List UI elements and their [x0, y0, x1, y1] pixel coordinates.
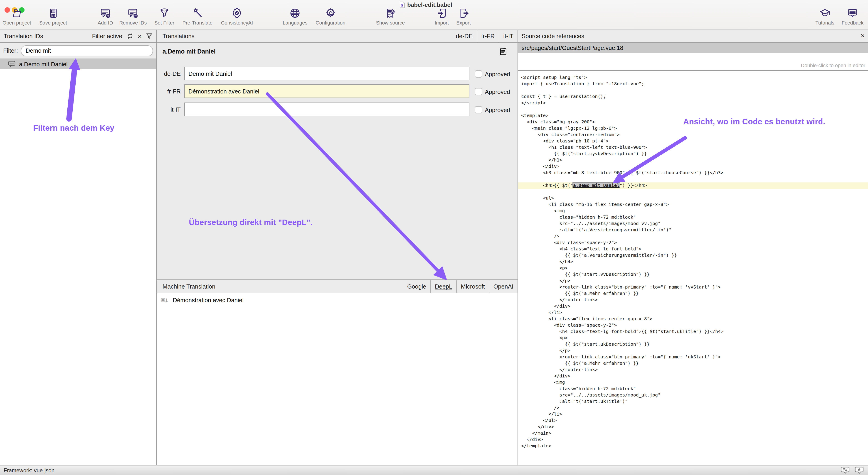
import-button[interactable]: Import [435, 7, 449, 25]
code-line: <h1 class="text-left text-blue-900"> [518, 144, 868, 150]
code-line [518, 189, 868, 195]
brain-check-icon [231, 7, 243, 19]
show-source-button[interactable]: Show source [376, 7, 405, 25]
approved-checkbox-it[interactable] [475, 106, 482, 113]
source-file-reference[interactable]: src/pages/start/GuestStartPage.vue:18 [518, 43, 868, 53]
status-bar: Framework: vue-json [0, 465, 868, 475]
translations-panel: a.Demo mit Daniel de-DE Approved fr-FR A… [157, 43, 518, 465]
code-line: <router-link class="btn-primary" :to="{ … [518, 354, 868, 360]
languages-button[interactable]: Languages [283, 7, 308, 25]
code-line: </div> [518, 303, 868, 309]
graduation-cap-icon [819, 7, 831, 19]
comment-plus-icon [99, 7, 111, 19]
close-panel-icon[interactable]: × [861, 32, 865, 39]
toolbar-label: Set Filter [154, 20, 174, 25]
add-id-button[interactable]: Add ID [98, 7, 113, 25]
code-line: import { useTranslation } from "i18next-… [518, 81, 868, 87]
translation-ids-panel: Filter: a.Demo mit Daniel [0, 43, 157, 465]
code-line [518, 176, 868, 182]
code-view[interactable]: <script setup lang="ts">import { useTran… [518, 71, 868, 465]
language-tabs: de-DE fr-FR it-IT [452, 29, 518, 42]
code-line: <div class="space-y-2"> [518, 322, 868, 329]
export-button[interactable]: Export [456, 7, 471, 25]
refresh-icon[interactable] [127, 32, 133, 39]
tab-fr-FR[interactable]: fr-FR [477, 29, 499, 42]
approved-label-it: Approved [485, 106, 510, 113]
toolbar-label: Export [456, 20, 471, 25]
code-line: class="hidden h-72 md:block" [518, 386, 868, 392]
filter-funnel-icon[interactable] [146, 32, 153, 39]
code-line: src="../../assets/images/mood_vv.jpg" [518, 220, 868, 227]
chat-wave-icon[interactable] [841, 466, 850, 474]
code-line: <p> [518, 265, 868, 271]
translation-id-item[interactable]: a.Demo mit Daniel [0, 59, 156, 69]
comment-bubble-icon [8, 61, 16, 67]
code-line: <h4 class="text-lg font-bold">{{ $t("sta… [518, 329, 868, 335]
translation-id-label: a.Demo mit Daniel [19, 61, 68, 67]
tutorials-button[interactable]: Tutorials [815, 7, 834, 25]
code-line: </h4> [518, 259, 868, 265]
clear-filter-icon[interactable]: × [137, 32, 142, 39]
code-line: :alt="t('a.Versicherungsvermittler/-in')… [518, 227, 868, 233]
approved-checkbox-fr[interactable] [475, 88, 482, 95]
code-line: <ul> [518, 195, 868, 201]
approved-label-fr: Approved [485, 88, 510, 95]
pre-translate-button[interactable]: Pre-Translate [183, 7, 213, 25]
annotation-source-text: Ansicht, wo im Code es benutzt wird. [683, 117, 825, 127]
toolbar-label: Add ID [98, 20, 113, 25]
chat-star-icon[interactable] [855, 466, 864, 474]
set-filter-button[interactable]: Set Filter [154, 7, 174, 25]
feedback-button[interactable]: Feedback [842, 7, 864, 25]
gear-icon [324, 7, 336, 19]
code-line: <p> [518, 335, 868, 341]
toolbar-label: ConsistencyAI [221, 20, 253, 25]
translation-input-it[interactable] [184, 103, 469, 116]
entry-id-title: a.Demo mit Daniel [162, 48, 216, 55]
notepad-icon[interactable] [500, 47, 507, 55]
framework-status: Framework: vue-json [4, 467, 55, 473]
code-line: <h4>{{ $t("a.Demo mit Daniel") }}</h4> [518, 182, 868, 189]
annotation-filter-text: Filtern nach dem Key [33, 124, 115, 133]
toolbar-label: Feedback [842, 20, 864, 25]
mt-shortcut: ⌘1 [161, 298, 168, 303]
source-file-list: Double-click to open in editor [518, 53, 868, 71]
code-line: {{ $t("a.Mehr erfahren") }} [518, 291, 868, 297]
comment-minus-icon [127, 7, 139, 19]
translation-input-fr[interactable] [184, 84, 469, 98]
configuration-button[interactable]: Configuration [316, 7, 345, 25]
toolbar-label: Save project [39, 20, 67, 25]
tab-google[interactable]: Google [403, 280, 430, 293]
code-line: {{ $t("a.Mehr erfahren") }} [518, 360, 868, 367]
tab-it-IT[interactable]: it-IT [499, 29, 518, 42]
tab-deepl[interactable]: DeepL [430, 280, 457, 293]
mt-suggestion-row[interactable]: ⌘1 Démonstration avec Daniel [157, 293, 518, 304]
remove-ids-button[interactable]: Remove IDs [119, 7, 147, 25]
toolbar-label: Open project [2, 20, 31, 25]
code-line: </ul> [518, 417, 868, 424]
mt-suggestion-text: Démonstration avec Daniel [173, 297, 244, 304]
code-line: :alt="t('start.ukTitle')" [518, 398, 868, 405]
translation-row-de: de-DE Approved [157, 67, 518, 80]
filter-input[interactable] [21, 45, 153, 56]
approved-control-de: Approved [475, 70, 510, 77]
code-line: </template> [518, 443, 868, 449]
tab-de-DE[interactable]: de-DE [452, 29, 477, 42]
approved-checkbox-de[interactable] [475, 70, 482, 77]
code-line: {{ $t("start.vvDescription") }} [518, 271, 868, 278]
tab-openai[interactable]: OpenAI [489, 280, 518, 293]
code-line: <img [518, 208, 868, 214]
translation-input-de[interactable] [184, 67, 469, 80]
approved-label-de: Approved [485, 71, 510, 77]
open-project-button[interactable]: Open project [2, 7, 31, 25]
toolbar-label: Import [435, 20, 449, 25]
tab-microsoft[interactable]: Microsoft [456, 280, 489, 293]
code-line: /> [518, 405, 868, 411]
save-project-button[interactable]: Save project [39, 7, 67, 25]
code-line: </div> [518, 424, 868, 430]
consistency-ai-button[interactable]: ConsistencyAI [221, 7, 253, 25]
code-line: <script setup lang="ts"> [518, 74, 868, 81]
magic-wand-icon [192, 7, 204, 19]
toolbar-label: Configuration [316, 20, 345, 25]
lang-label-de: de-DE [157, 70, 181, 77]
code-line: </p> [518, 347, 868, 354]
